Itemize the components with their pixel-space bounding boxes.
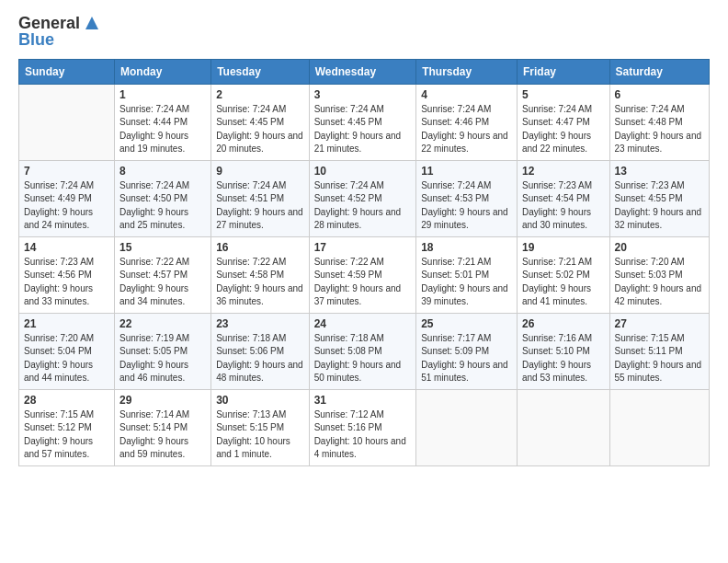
day-info: Sunrise: 7:21 AMSunset: 5:02 PMDaylight:… [522,256,605,309]
day-cell: 18Sunrise: 7:21 AMSunset: 5:01 PMDayligh… [416,236,518,313]
logo-icon [82,13,102,33]
weekday-header-wednesday: Wednesday [309,59,416,84]
day-number: 25 [421,317,512,330]
day-info: Sunrise: 7:24 AMSunset: 4:49 PMDaylight:… [24,179,109,233]
weekday-header-row: SundayMondayTuesdayWednesdayThursdayFrid… [19,59,710,84]
day-number: 13 [615,165,704,178]
day-cell: 13Sunrise: 7:23 AMSunset: 4:55 PMDayligh… [609,160,709,236]
day-number: 12 [522,165,605,178]
day-cell: 6Sunrise: 7:24 AMSunset: 4:48 PMDaylight… [609,84,709,160]
day-number: 31 [314,394,412,407]
weekday-header-monday: Monday [115,59,211,84]
day-info: Sunrise: 7:24 AMSunset: 4:46 PMDaylight:… [421,103,512,156]
day-number: 11 [421,165,512,178]
day-cell: 4Sunrise: 7:24 AMSunset: 4:46 PMDaylight… [416,84,518,160]
day-number: 4 [421,88,512,101]
day-cell: 20Sunrise: 7:20 AMSunset: 5:03 PMDayligh… [609,236,709,313]
day-number: 1 [119,88,206,101]
day-cell: 27Sunrise: 7:15 AMSunset: 5:11 PMDayligh… [609,313,709,389]
weekday-header-friday: Friday [517,59,609,84]
day-cell: 10Sunrise: 7:24 AMSunset: 4:52 PMDayligh… [309,160,416,236]
day-number: 27 [615,317,704,330]
day-cell: 12Sunrise: 7:23 AMSunset: 4:54 PMDayligh… [517,160,609,236]
day-cell: 31Sunrise: 7:12 AMSunset: 5:16 PMDayligh… [309,389,416,465]
day-number: 9 [216,165,303,178]
day-cell [416,389,518,465]
day-number: 3 [314,88,412,101]
day-number: 26 [522,317,605,330]
day-info: Sunrise: 7:24 AMSunset: 4:48 PMDaylight:… [615,103,704,156]
day-cell [609,389,709,465]
day-number: 8 [119,165,206,178]
day-number: 7 [24,165,109,178]
day-cell: 29Sunrise: 7:14 AMSunset: 5:14 PMDayligh… [115,389,211,465]
day-info: Sunrise: 7:24 AMSunset: 4:47 PMDaylight:… [522,103,605,156]
day-info: Sunrise: 7:18 AMSunset: 5:08 PMDaylight:… [314,332,412,385]
week-row-3: 14Sunrise: 7:23 AMSunset: 4:56 PMDayligh… [19,236,710,313]
week-row-5: 28Sunrise: 7:15 AMSunset: 5:12 PMDayligh… [19,389,710,465]
day-number: 28 [24,394,109,407]
page: General Blue SundayMondayTuesdayWednesda… [0,0,728,563]
day-info: Sunrise: 7:13 AMSunset: 5:15 PMDaylight:… [216,408,303,462]
day-cell: 9Sunrise: 7:24 AMSunset: 4:51 PMDaylight… [211,160,309,236]
day-info: Sunrise: 7:15 AMSunset: 5:11 PMDaylight:… [615,332,704,385]
day-number: 17 [314,241,412,254]
day-cell: 23Sunrise: 7:18 AMSunset: 5:06 PMDayligh… [211,313,309,389]
day-number: 30 [216,394,303,407]
day-cell: 8Sunrise: 7:24 AMSunset: 4:50 PMDaylight… [115,160,211,236]
day-info: Sunrise: 7:22 AMSunset: 4:58 PMDaylight:… [216,256,303,309]
day-cell: 7Sunrise: 7:24 AMSunset: 4:49 PMDaylight… [19,160,115,236]
day-info: Sunrise: 7:16 AMSunset: 5:10 PMDaylight:… [522,332,605,385]
day-info: Sunrise: 7:12 AMSunset: 5:16 PMDaylight:… [314,408,412,462]
day-info: Sunrise: 7:17 AMSunset: 5:09 PMDaylight:… [421,332,512,385]
day-cell: 15Sunrise: 7:22 AMSunset: 4:57 PMDayligh… [115,236,211,313]
day-cell: 28Sunrise: 7:15 AMSunset: 5:12 PMDayligh… [19,389,115,465]
day-info: Sunrise: 7:15 AMSunset: 5:12 PMDaylight:… [24,408,109,462]
day-info: Sunrise: 7:22 AMSunset: 4:59 PMDaylight:… [314,256,412,309]
day-cell: 16Sunrise: 7:22 AMSunset: 4:58 PMDayligh… [211,236,309,313]
weekday-header-thursday: Thursday [416,59,518,84]
week-row-4: 21Sunrise: 7:20 AMSunset: 5:04 PMDayligh… [19,313,710,389]
week-row-2: 7Sunrise: 7:24 AMSunset: 4:49 PMDaylight… [19,160,710,236]
day-cell: 25Sunrise: 7:17 AMSunset: 5:09 PMDayligh… [416,313,518,389]
day-info: Sunrise: 7:24 AMSunset: 4:51 PMDaylight:… [216,179,303,233]
day-info: Sunrise: 7:23 AMSunset: 4:54 PMDaylight:… [522,179,605,233]
day-number: 18 [421,241,512,254]
day-number: 20 [615,241,704,254]
day-info: Sunrise: 7:24 AMSunset: 4:52 PMDaylight:… [314,179,412,233]
day-cell: 24Sunrise: 7:18 AMSunset: 5:08 PMDayligh… [309,313,416,389]
day-cell: 1Sunrise: 7:24 AMSunset: 4:44 PMDaylight… [115,84,211,160]
day-cell [517,389,609,465]
header: General Blue [18,15,710,50]
day-info: Sunrise: 7:18 AMSunset: 5:06 PMDaylight:… [216,332,303,385]
day-info: Sunrise: 7:22 AMSunset: 4:57 PMDaylight:… [119,256,206,309]
weekday-header-sunday: Sunday [19,59,115,84]
day-cell: 30Sunrise: 7:13 AMSunset: 5:15 PMDayligh… [211,389,309,465]
day-info: Sunrise: 7:23 AMSunset: 4:55 PMDaylight:… [615,179,704,233]
day-info: Sunrise: 7:24 AMSunset: 4:45 PMDaylight:… [314,103,412,156]
day-number: 5 [522,88,605,101]
day-number: 10 [314,165,412,178]
day-info: Sunrise: 7:14 AMSunset: 5:14 PMDaylight:… [119,408,206,462]
day-number: 22 [119,317,206,330]
logo: General Blue [18,15,102,50]
day-number: 14 [24,241,109,254]
day-cell: 19Sunrise: 7:21 AMSunset: 5:02 PMDayligh… [517,236,609,313]
day-cell: 5Sunrise: 7:24 AMSunset: 4:47 PMDaylight… [517,84,609,160]
day-info: Sunrise: 7:19 AMSunset: 5:05 PMDaylight:… [119,332,206,385]
day-info: Sunrise: 7:20 AMSunset: 5:04 PMDaylight:… [24,332,109,385]
day-cell: 17Sunrise: 7:22 AMSunset: 4:59 PMDayligh… [309,236,416,313]
day-cell: 11Sunrise: 7:24 AMSunset: 4:53 PMDayligh… [416,160,518,236]
week-row-1: 1Sunrise: 7:24 AMSunset: 4:44 PMDaylight… [19,84,710,160]
day-cell: 14Sunrise: 7:23 AMSunset: 4:56 PMDayligh… [19,236,115,313]
day-cell: 26Sunrise: 7:16 AMSunset: 5:10 PMDayligh… [517,313,609,389]
day-number: 24 [314,317,412,330]
day-info: Sunrise: 7:24 AMSunset: 4:44 PMDaylight:… [119,103,206,156]
day-number: 19 [522,241,605,254]
day-info: Sunrise: 7:24 AMSunset: 4:53 PMDaylight:… [421,179,512,233]
day-number: 6 [615,88,704,101]
day-cell: 21Sunrise: 7:20 AMSunset: 5:04 PMDayligh… [19,313,115,389]
day-number: 16 [216,241,303,254]
logo-blue: Blue [18,31,102,50]
day-info: Sunrise: 7:21 AMSunset: 5:01 PMDaylight:… [421,256,512,309]
